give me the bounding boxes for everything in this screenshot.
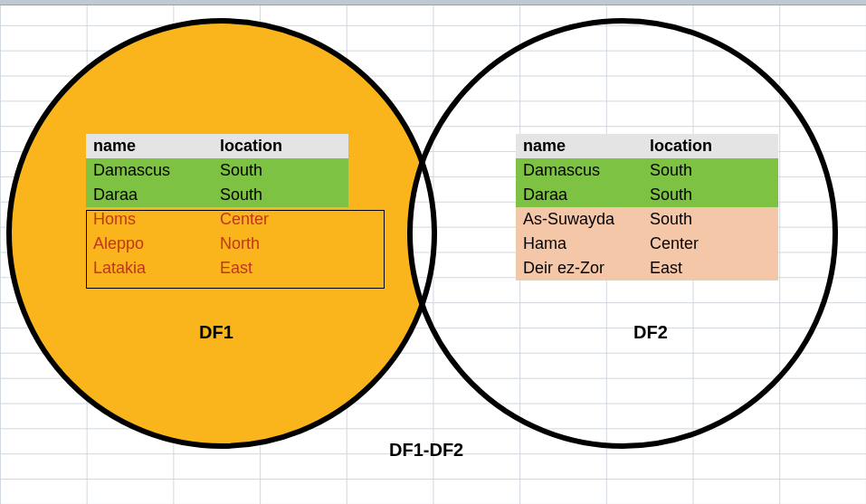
cell-location: South	[213, 183, 348, 207]
cell-location: East	[213, 256, 348, 281]
cell-location: Center	[213, 207, 348, 232]
df1-table: name location Damascus South Daraa South…	[86, 134, 348, 281]
df2-header-row: name location	[516, 134, 778, 158]
cell-name: Damascus	[516, 158, 642, 183]
cell-name: As-Suwayda	[516, 207, 642, 232]
table-row: Daraa South	[86, 183, 348, 207]
table-row: Latakia East	[86, 256, 348, 281]
table-row: Deir ez-Zor East	[516, 256, 778, 281]
table-row: Hama Center	[516, 232, 778, 256]
table-row: Damascus South	[516, 158, 778, 183]
df2-label: DF2	[633, 322, 668, 343]
cell-name: Deir ez-Zor	[516, 256, 642, 281]
table-row: Homs Center	[86, 207, 348, 232]
cell-location: South	[642, 183, 778, 207]
table-row: As-Suwayda South	[516, 207, 778, 232]
table-row: Daraa South	[516, 183, 778, 207]
cell-name: Aleppo	[86, 232, 213, 256]
df1-col-name: name	[86, 134, 213, 158]
cell-name: Homs	[86, 207, 213, 232]
center-label: DF1-DF2	[389, 440, 463, 461]
df1-col-location: location	[213, 134, 348, 158]
df2-col-location: location	[642, 134, 778, 158]
table-row: Aleppo North	[86, 232, 348, 256]
df1-label: DF1	[199, 322, 233, 343]
cell-location: South	[642, 207, 778, 232]
df1-header-row: name location	[86, 134, 348, 158]
cell-name: Daraa	[516, 183, 642, 207]
cell-location: South	[642, 158, 778, 183]
df2-col-name: name	[516, 134, 642, 158]
cell-name: Latakia	[86, 256, 213, 281]
table-row: Damascus South	[86, 158, 348, 183]
cell-location: South	[213, 158, 348, 183]
cell-location: East	[642, 256, 778, 281]
cell-name: Daraa	[86, 183, 213, 207]
cell-name: Damascus	[86, 158, 213, 183]
cell-name: Hama	[516, 232, 642, 256]
cell-location: Center	[642, 232, 778, 256]
df2-table: name location Damascus South Daraa South…	[516, 134, 778, 281]
cell-location: North	[213, 232, 348, 256]
venn-diagram-stage: name location Damascus South Daraa South…	[0, 0, 866, 504]
